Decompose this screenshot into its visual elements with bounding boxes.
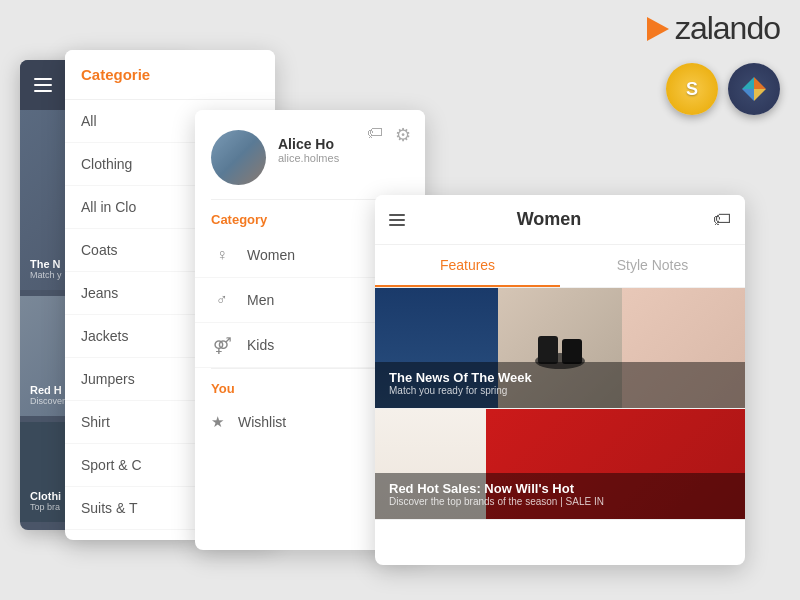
category-label: Men [247,292,274,308]
main-item-2-subtitle: Discover the top brands of the season | … [389,496,731,507]
tag-icon[interactable]: 🏷 [367,124,383,142]
main-item-2-text-overlay: Red Hot Sales: Now Will's Hot Discover t… [375,473,745,519]
profile-email: alice.holmes [278,152,339,164]
profile-info: Alice Ho alice.holmes [278,130,339,164]
sketch-symbol: S [686,79,698,100]
brand-area: zalando S [647,10,780,115]
main-tabs: Features Style Notes [375,245,745,288]
category-label: Women [247,247,295,263]
tool-icons: S [666,63,780,115]
main-tag-icon[interactable]: 🏷 [713,209,731,230]
main-item-1-title: The News Of The Week [389,370,731,385]
main-item-1-image: The News Of The Week Match you ready for… [375,288,745,408]
profile-header: Alice Ho alice.holmes ⚙ 🏷 [195,110,425,199]
main-item-1[interactable]: The News Of The Week Match you ready for… [375,288,745,409]
brand-triangle [647,17,669,41]
main-item-2[interactable]: Red Hot Sales: Now Will's Hot Discover t… [375,409,745,520]
category-header-title: Categorie [81,66,150,83]
star-icon: ★ [211,413,224,431]
tab-style-notes[interactable]: Style Notes [560,245,745,287]
main-item-2-title: Red Hot Sales: Now Will's Hot [389,481,731,496]
gender-icon: ♂ [211,289,233,311]
gender-icon: ⚤ [211,334,233,356]
svg-rect-3 [562,339,582,364]
category-label: Kids [247,337,274,353]
brand-name: zalando [675,10,780,47]
sketch-icon-circle: S [666,63,718,115]
gear-button[interactable]: ⚙ [395,124,411,146]
svg-rect-2 [538,336,558,364]
main-item-2-image: Red Hot Sales: Now Will's Hot Discover t… [375,409,745,519]
hamburger-icon[interactable] [34,78,52,92]
brand-logo: zalando [647,10,780,47]
main-item-1-subtitle: Match you ready for spring [389,385,731,396]
main-item-1-text-overlay: The News Of The Week Match you ready for… [375,362,745,408]
main-header-title: Women [385,209,713,230]
avatar [211,130,266,185]
wishlist-label: Wishlist [238,414,286,430]
pocket-icon-circle [728,63,780,115]
main-card: Women 🏷 Features Style Notes T [375,195,745,565]
main-card-header: Women 🏷 [375,195,745,245]
tab-features[interactable]: Features [375,245,560,287]
profile-name: Alice Ho [278,136,339,152]
gender-icon: ♀ [211,244,233,266]
category-card-header: Categorie [65,50,275,100]
pocket-svg [740,75,768,103]
